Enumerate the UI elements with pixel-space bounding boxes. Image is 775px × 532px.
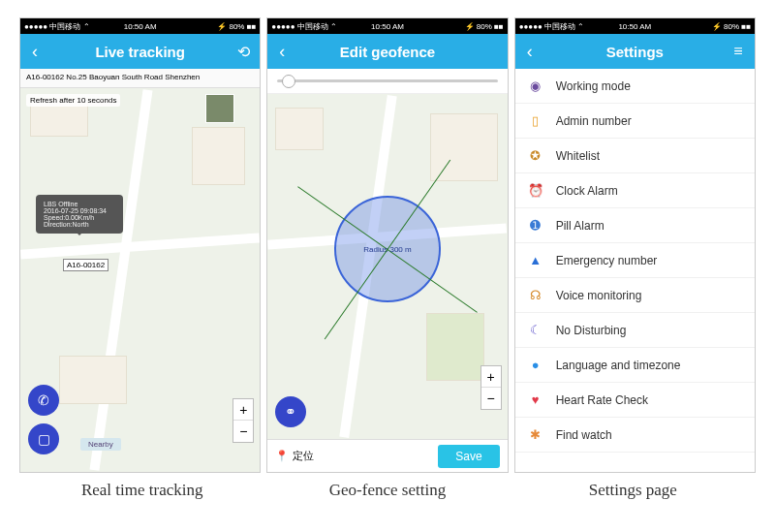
save-button[interactable]: Save [438, 445, 499, 468]
settings-label: Find watch [556, 428, 612, 442]
settings-row-5[interactable]: ▲Emergency number [515, 243, 755, 278]
settings-icon: ✪ [527, 147, 544, 165]
status-bar: ●●●●● 中国移动 ⌃ 10:50 AM ⚡ 80% ■■ [515, 18, 755, 34]
status-bar: ●●●●● 中国移动 ⌃ 10:50 AM ⚡ 80% ■■ [20, 18, 260, 34]
page-title: Live tracking [95, 44, 185, 60]
settings-label: Pill Alarm [556, 219, 604, 233]
settings-row-6[interactable]: ☊Voice monitoring [515, 278, 755, 313]
geofence-circle[interactable]: Radius 300 m [334, 196, 441, 302]
refresh-countdown: Refresh after 10 seconds [26, 94, 120, 107]
zoom-out-button[interactable]: − [481, 388, 501, 409]
streetview-thumbnail[interactable] [205, 94, 234, 123]
settings-icon: ♥ [527, 391, 544, 409]
slider-thumb[interactable] [282, 75, 295, 88]
settings-label: Whitelist [556, 149, 600, 163]
nav-bar: ‹ Live tracking ⟲ [20, 34, 260, 69]
settings-label: Heart Rate Check [556, 393, 648, 407]
settings-row-7[interactable]: ☾No Disturbing [515, 313, 755, 348]
address-bar: A16-00162 No.25 Baoyuan South Road Shenz… [20, 69, 260, 88]
zoom-in-button[interactable]: + [481, 366, 501, 388]
settings-label: Working mode [556, 79, 631, 93]
map-view[interactable]: Refresh after 10 seconds LBS Offline 201… [20, 88, 260, 472]
settings-row-8[interactable]: ●Language and timezone [515, 348, 755, 383]
zoom-out-button[interactable]: − [233, 421, 253, 442]
pin-icon: 📍 [275, 450, 289, 462]
caption-1: Real time tracking [19, 481, 264, 500]
back-button[interactable]: ‹ [267, 42, 296, 62]
caption-2: Geo-fence setting [264, 481, 510, 500]
zoom-control: + − [232, 398, 254, 443]
nav-bar: ‹ Settings ≡ [515, 34, 755, 69]
settings-row-4[interactable]: ➊Pill Alarm [515, 208, 755, 243]
settings-icon: ◉ [527, 78, 544, 95]
status-bar: ●●●●● 中国移动 ⌃ 10:50 AM ⚡ 80% ■■ [267, 18, 507, 34]
fence-radius-label: Radius 300 m [363, 245, 411, 254]
location-tooltip: LBS Offline 2016-07-25 09:08:34 Speed:0.… [36, 195, 123, 234]
screen-edit-geofence: ●●●●● 中国移动 ⌃ 10:50 AM ⚡ 80% ■■ ‹ Edit ge… [266, 17, 508, 473]
clock: 10:50 AM [124, 22, 157, 31]
map-view[interactable]: Radius 300 m ⚭ + − [267, 94, 507, 439]
action-button-locate[interactable]: ✆ [28, 385, 59, 416]
settings-row-1[interactable]: ▯Admin number [515, 104, 755, 139]
screen-settings: ●●●●● 中国移动 ⌃ 10:50 AM ⚡ 80% ■■ ‹ Setting… [514, 17, 756, 473]
caption-3: Settings page [511, 481, 756, 500]
page-title: Settings [606, 44, 664, 60]
people-button[interactable]: ⚭ [275, 396, 306, 427]
settings-icon: ➊ [527, 217, 544, 235]
settings-icon: ▲ [527, 252, 544, 269]
nearby-chip[interactable]: Nearby [80, 438, 121, 451]
settings-label: Voice monitoring [556, 289, 642, 302]
zoom-control: + − [480, 365, 502, 410]
caption-row: Real time tracking Geo-fence setting Set… [0, 473, 775, 500]
settings-icon: ⏰ [527, 182, 544, 200]
action-button-device[interactable]: ▢ [28, 423, 59, 454]
screen-live-tracking: ●●●●● 中国移动 ⌃ 10:50 AM ⚡ 80% ■■ ‹ Live tr… [19, 17, 261, 473]
back-button[interactable]: ‹ [515, 42, 544, 62]
settings-icon: ● [527, 357, 544, 374]
page-title: Edit geofence [340, 44, 435, 60]
battery: ⚡ 80% ■■ [217, 22, 256, 31]
settings-row-0[interactable]: ◉Working mode [515, 69, 755, 104]
settings-label: Admin number [556, 114, 632, 128]
settings-row-3[interactable]: ⏰Clock Alarm [515, 173, 755, 208]
settings-label: Language and timezone [556, 359, 681, 372]
locate-button[interactable]: 📍 定位 [275, 449, 314, 463]
device-pin-label[interactable]: A16-00162 [63, 259, 108, 271]
refresh-icon[interactable]: ⟲ [227, 43, 260, 61]
settings-icon: ☾ [527, 322, 544, 339]
bottom-bar: 📍 定位 Save [267, 439, 507, 472]
back-button[interactable]: ‹ [20, 42, 49, 62]
radius-slider[interactable] [267, 69, 507, 94]
settings-icon: ☊ [527, 287, 544, 304]
settings-row-9[interactable]: ♥Heart Rate Check [515, 383, 755, 418]
settings-icon: ✱ [527, 426, 544, 444]
settings-label: Emergency number [556, 254, 658, 267]
settings-row-10[interactable]: ✱Find watch [515, 418, 755, 453]
settings-row-2[interactable]: ✪Whitelist [515, 139, 755, 173]
settings-list: ◉Working mode▯Admin number✪Whitelist⏰Clo… [515, 69, 755, 472]
settings-label: No Disturbing [556, 324, 627, 337]
nav-bar: ‹ Edit geofence [267, 34, 507, 69]
settings-icon: ▯ [527, 112, 544, 130]
settings-label: Clock Alarm [556, 184, 618, 198]
menu-icon[interactable]: ≡ [722, 43, 755, 60]
carrier: ●●●●● 中国移动 ⌃ [24, 21, 90, 32]
zoom-in-button[interactable]: + [233, 399, 253, 421]
